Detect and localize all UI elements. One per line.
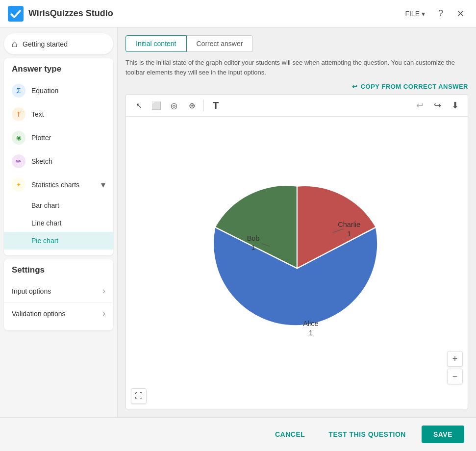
sketch-label: Sketch (31, 157, 52, 165)
editor-canvas[interactable]: Charlie 1 Bob 1 Alice 1 + (126, 117, 468, 409)
editor-container: ↖ ⬜ ◎ ⊕ T ↩ ↪ (125, 94, 468, 409)
sidebar-item-plotter[interactable]: ◉ Plotter (4, 126, 113, 150)
editor-toolbar: ↖ ⬜ ◎ ⊕ T ↩ ↪ (126, 95, 468, 117)
expand-icon: ⛶ (135, 392, 143, 401)
home-label: Getting started (23, 40, 68, 48)
cancel-button[interactable]: CANCEL (267, 426, 313, 442)
pie-chart-svg: Charlie 1 Bob 1 Alice 1 (150, 170, 444, 356)
bob-label: Bob (247, 234, 259, 242)
tabs-row: Initial content Correct answer (125, 35, 468, 52)
sidebar-item-line-chart[interactable]: Line chart (4, 214, 113, 232)
undo-button[interactable]: ↩ (412, 98, 427, 113)
sidebar-item-pie-chart[interactable]: Pie chart (4, 232, 113, 250)
bar-chart-label: Bar chart (31, 201, 59, 209)
alice-value: 1 (308, 329, 312, 337)
zoom-out-icon: − (452, 372, 458, 382)
app-title: WirisQuizzes Studio (28, 8, 401, 19)
sidebar-item-text[interactable]: T Text (4, 102, 113, 126)
copy-icon: ↩ (352, 83, 358, 90)
redo-icon: ↪ (434, 100, 441, 111)
circle-icon: ◎ (171, 101, 177, 110)
text-tool-button[interactable]: T (208, 98, 224, 113)
logo-icon (8, 6, 24, 22)
download-button[interactable]: ⬇ (447, 98, 463, 113)
test-question-button[interactable]: TEST THIS QUESTION (321, 426, 414, 442)
bottom-bar: CANCEL TEST THIS QUESTION SAVE (0, 417, 476, 451)
expand-select-icon: ⬜ (151, 101, 161, 110)
save-button[interactable]: SAVE (422, 426, 464, 443)
sketch-icon: ✏ (12, 154, 25, 168)
bob-value: 1 (251, 244, 255, 251)
close-button[interactable]: ✕ (452, 6, 468, 22)
pie-chart-label: Pie chart (31, 237, 58, 245)
description-text: This is the initial state of the graph e… (125, 58, 468, 77)
sidebar-home-button[interactable]: ⌂ Getting started (4, 33, 113, 54)
file-chevron-icon: ▾ (422, 10, 425, 18)
home-icon: ⌂ (12, 38, 18, 50)
tab-initial-content[interactable]: Initial content (125, 35, 187, 52)
copy-from-correct-answer-button[interactable]: ↩ COPY FROM CORRECT ANSWER (352, 83, 468, 90)
validation-options-chevron-icon: › (102, 308, 105, 319)
statistics-charts-label: Statistics charts (31, 181, 79, 189)
plotter-label: Plotter (31, 134, 51, 142)
plotter-icon: ◉ (12, 131, 25, 145)
zoom-in-button[interactable]: + (447, 351, 463, 367)
answer-type-title: Answer type (4, 64, 113, 79)
zoom-out-button[interactable]: − (447, 369, 463, 384)
sidebar-item-equation[interactable]: Σ Equation (4, 79, 113, 102)
zoom-in-icon: + (452, 354, 458, 364)
copy-from-row: ↩ COPY FROM CORRECT ANSWER (125, 83, 468, 90)
circle-tool-button[interactable]: ◎ (166, 98, 182, 113)
zoom-controls: + − (447, 351, 463, 384)
add-point-button[interactable]: ⊕ (184, 98, 200, 113)
topbar: WirisQuizzes Studio FILE ▾ ? ✕ (0, 0, 476, 27)
settings-title: Settings (4, 265, 113, 280)
charlie-label: Charlie (338, 221, 360, 228)
toolbar-separator (203, 100, 204, 111)
copy-from-label: COPY FROM CORRECT ANSWER (361, 83, 468, 90)
select-tool-button[interactable]: ↖ (131, 98, 147, 113)
select-icon: ↖ (136, 101, 142, 110)
close-icon: ✕ (457, 8, 464, 19)
sidebar-item-sketch[interactable]: ✏ Sketch (4, 150, 113, 173)
alice-label: Alice (303, 320, 318, 327)
settings-section: Settings Input options › Validation opti… (4, 259, 113, 330)
text-tool-icon: T (213, 100, 219, 111)
answer-type-section: Answer type Σ Equation T Text ◉ Plotter … (4, 58, 113, 255)
sidebar-item-validation-options[interactable]: Validation options › (4, 302, 113, 325)
input-options-chevron-icon: › (102, 286, 105, 296)
content-area: Initial content Correct answer This is t… (118, 27, 476, 417)
main-layout: ⌂ Getting started Answer type Σ Equation… (0, 27, 476, 417)
redo-button[interactable]: ↪ (429, 98, 445, 113)
svg-rect-0 (8, 6, 24, 22)
sidebar-item-input-options[interactable]: Input options › (4, 280, 113, 302)
tab-correct-answer[interactable]: Correct answer (187, 35, 253, 52)
sidebar-item-statistics-charts[interactable]: ✦ Statistics charts ▾ (4, 173, 113, 197)
undo-icon: ↩ (416, 100, 424, 111)
equation-icon: Σ (12, 84, 25, 98)
text-icon: T (12, 107, 25, 121)
download-icon: ⬇ (451, 100, 459, 111)
add-point-icon: ⊕ (189, 101, 195, 110)
validation-options-label: Validation options (12, 310, 65, 318)
help-icon: ? (438, 8, 443, 19)
input-options-label: Input options (12, 287, 51, 295)
statistics-icon: ✦ (12, 178, 25, 192)
statistics-chevron-icon: ▾ (101, 179, 105, 190)
file-menu-button[interactable]: FILE ▾ (401, 8, 429, 20)
topbar-right: FILE ▾ ? ✕ (401, 6, 468, 22)
text-label: Text (31, 110, 44, 118)
help-button[interactable]: ? (433, 6, 449, 22)
equation-label: Equation (31, 87, 58, 95)
expand-button[interactable]: ⛶ (131, 388, 147, 404)
sidebar: ⌂ Getting started Answer type Σ Equation… (0, 27, 118, 417)
charlie-value: 1 (347, 230, 351, 238)
line-chart-label: Line chart (31, 219, 61, 227)
sidebar-item-bar-chart[interactable]: Bar chart (4, 197, 113, 214)
expand-select-button[interactable]: ⬜ (149, 98, 164, 113)
